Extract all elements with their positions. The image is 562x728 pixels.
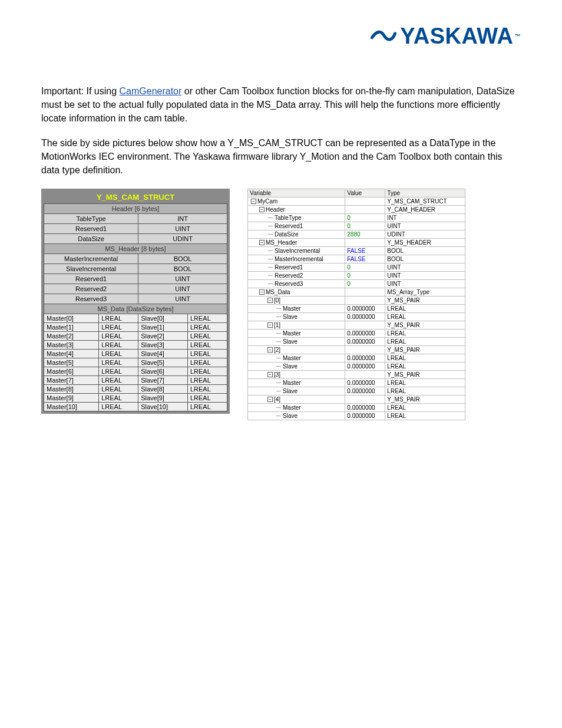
watch-value: 0.0000000 xyxy=(345,412,385,420)
msdata-label: MS_Data [DataSize bytes] xyxy=(44,304,227,314)
watch-type: UDINT xyxy=(385,230,465,239)
msdata-slave: Slave[10] xyxy=(138,403,188,411)
watch-var-name: Master xyxy=(283,305,301,312)
watch-type: INT xyxy=(385,214,465,222)
tree-dash-icon xyxy=(276,358,281,358)
tree-dash-icon xyxy=(276,341,281,342)
expand-icon[interactable]: − xyxy=(259,240,265,245)
watch-row: Master0.0000000LREAL xyxy=(248,305,465,313)
msdata-master-type: LREAL xyxy=(99,323,138,332)
watch-type: BOOL xyxy=(385,247,465,255)
watch-value: 0 xyxy=(345,222,385,230)
expand-icon[interactable]: − xyxy=(267,372,273,377)
tree-dash-icon xyxy=(276,317,281,317)
watch-type: BOOL xyxy=(385,255,465,263)
msdata-master: Master[0] xyxy=(44,314,99,323)
msdata-slave-type: LREAL xyxy=(187,403,227,411)
watch-value: 0.0000000 xyxy=(345,338,385,346)
expand-icon[interactable]: − xyxy=(267,347,273,353)
header-label: Header [6 bytes] xyxy=(44,204,227,214)
struct-field: Reserved3 xyxy=(44,294,138,304)
tree-dash-icon xyxy=(276,366,281,367)
expand-icon[interactable]: − xyxy=(259,289,265,295)
expand-icon[interactable]: − xyxy=(267,322,273,328)
struct-diagram: Y_MS_CAM_STRUCT Header [6 bytes] TableTy… xyxy=(41,189,230,414)
watch-var-name: [1] xyxy=(274,322,280,328)
watch-type: Y_MS_PAIR xyxy=(385,396,465,404)
watch-type: UINT xyxy=(385,263,465,272)
watch-value xyxy=(345,297,385,305)
struct-field: Reserved2 xyxy=(44,284,138,294)
watch-col-type: Type xyxy=(385,189,465,197)
msdata-master-type: LREAL xyxy=(99,376,138,385)
watch-row: Master0.0000000LREAL xyxy=(248,379,465,387)
watch-row: −[4]Y_MS_PAIR xyxy=(248,396,465,404)
msdata-slave: Slave[3] xyxy=(138,341,188,350)
p1-a: Important: If using xyxy=(41,86,120,96)
msdata-master-type: LREAL xyxy=(99,367,138,376)
watch-value: 0.0000000 xyxy=(345,387,385,396)
tree-dash-icon xyxy=(276,308,281,309)
watch-value: 0.0000000 xyxy=(345,404,385,412)
expand-icon[interactable]: − xyxy=(259,207,265,212)
msdata-slave: Slave[6] xyxy=(138,367,188,376)
msdata-master: Master[3] xyxy=(44,341,99,350)
watch-row: Master0.0000000LREAL xyxy=(248,404,465,412)
msdata-master-type: LREAL xyxy=(99,358,138,367)
watch-row: MasterIncrementalFALSEBOOL xyxy=(248,255,465,263)
watch-row: −[0]Y_MS_PAIR xyxy=(248,297,465,305)
msdata-master-type: LREAL xyxy=(99,403,138,411)
watch-var-name: Master xyxy=(283,330,301,337)
watch-window: Variable Value Type −MyCamY_MS_CAM_STRUC… xyxy=(247,189,465,420)
watch-var-name: Master xyxy=(283,355,301,361)
msdata-master: Master[2] xyxy=(44,332,99,341)
watch-var-name: DataSize xyxy=(275,231,299,238)
expand-icon[interactable]: − xyxy=(267,298,273,303)
watch-value: 0.0000000 xyxy=(345,330,385,338)
watch-row: −[3]Y_MS_PAIR xyxy=(248,371,465,379)
tree-dash-icon xyxy=(276,407,281,408)
msdata-slave-type: LREAL xyxy=(187,314,227,323)
tree-dash-icon xyxy=(276,391,281,391)
msdata-master: Master[8] xyxy=(44,385,99,394)
watch-col-value: Value xyxy=(345,189,385,197)
watch-type: LREAL xyxy=(385,404,465,412)
watch-row: −MS_HeaderY_MS_HEADER xyxy=(248,239,465,247)
msdata-slave: Slave[9] xyxy=(138,394,188,403)
msdata-slave-type: LREAL xyxy=(187,332,227,341)
watch-type: LREAL xyxy=(385,354,465,363)
tree-dash-icon xyxy=(268,218,273,218)
watch-var-name: Slave xyxy=(283,413,297,419)
struct-type: BOOL xyxy=(138,254,227,264)
msdata-master: Master[1] xyxy=(44,323,99,332)
msdata-slave: Slave[2] xyxy=(138,332,188,341)
watch-value xyxy=(345,197,385,206)
msdata-master: Master[10] xyxy=(44,403,99,411)
watch-type: UINT xyxy=(385,272,465,280)
expand-icon[interactable]: − xyxy=(251,199,256,204)
watch-type: LREAL xyxy=(385,363,465,371)
watch-value: 0 xyxy=(345,263,385,272)
struct-field: SlaveIncremental xyxy=(44,264,138,274)
watch-type: LREAL xyxy=(385,412,465,420)
watch-value: 0 xyxy=(345,214,385,222)
watch-var-name: [3] xyxy=(274,371,280,378)
watch-value: FALSE xyxy=(345,255,385,263)
watch-type: MS_Array_Type xyxy=(385,288,465,297)
paragraph-1: Important: If using CamGenerator or othe… xyxy=(41,84,521,126)
tree-dash-icon xyxy=(268,259,273,259)
msdata-slave: Slave[7] xyxy=(138,376,188,385)
watch-var-name: [4] xyxy=(274,396,280,403)
camgenerator-link[interactable]: CamGenerator xyxy=(120,86,182,96)
msdata-slave-type: LREAL xyxy=(187,385,227,394)
watch-var-name: Slave xyxy=(283,314,297,320)
msdata-slave-type: LREAL xyxy=(187,323,227,332)
msdata-master: Master[9] xyxy=(44,394,99,403)
watch-value: 0 xyxy=(345,280,385,288)
msheader-label: MS_Header [8 bytes] xyxy=(44,244,227,254)
watch-var-name: MS_Header xyxy=(266,239,297,246)
msdata-master: Master[5] xyxy=(44,358,99,367)
watch-value xyxy=(345,346,385,354)
watch-var-name: Master xyxy=(283,404,301,411)
expand-icon[interactable]: − xyxy=(267,397,273,402)
